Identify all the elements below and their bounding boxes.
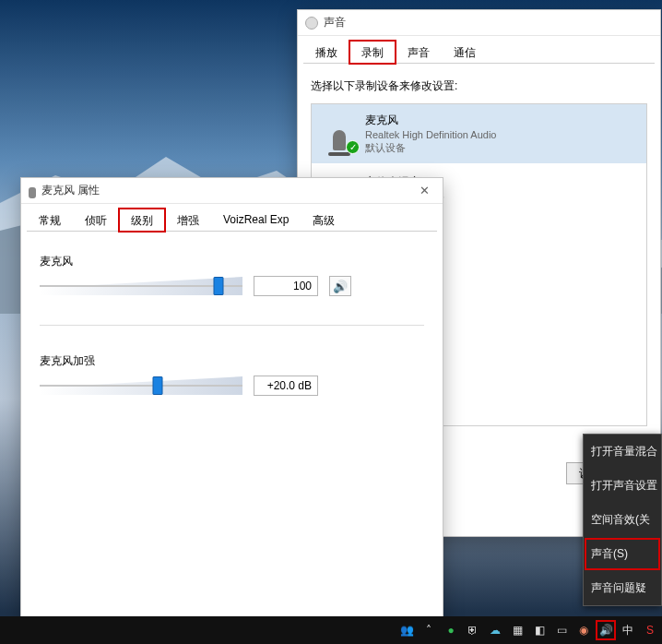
divider <box>40 325 424 326</box>
tab-enhance[interactable]: 增强 <box>165 209 211 232</box>
tab-communications[interactable]: 通信 <box>442 41 488 64</box>
mic-boost-thumb[interactable] <box>152 376 162 395</box>
sound-title: 声音 <box>324 15 346 30</box>
menu-open-mixer[interactable]: 打开音量混合 <box>584 435 661 469</box>
volume-icon[interactable]: 🔊 <box>597 622 614 638</box>
tab-advanced[interactable]: 高级 <box>301 209 347 232</box>
tray-generic-icon[interactable]: ◧ <box>531 622 548 638</box>
device-status: 默认设备 <box>365 141 496 154</box>
recording-instruction: 选择以下录制设备来修改设置: <box>311 78 647 94</box>
mic-boost-slider[interactable] <box>40 375 242 397</box>
tab-recording[interactable]: 录制 <box>349 41 396 64</box>
mic-level-thumb[interactable] <box>213 277 223 295</box>
tray-generic-icon[interactable]: ▦ <box>509 622 526 638</box>
mic-boost-value[interactable]: +20.0 dB <box>254 376 318 396</box>
mic-boost-label: 麦克风加强 <box>40 353 424 369</box>
device-name: 麦克风 <box>365 113 496 128</box>
microphone-properties-window: 麦克风 属性 ✕ 常规 侦听 级别 增强 VoizReal Exp 高级 麦克风… <box>20 177 443 640</box>
volume-context-menu: 打开音量混合 打开声音设置 空间音效(关 声音(S) 声音问题疑 <box>583 434 662 606</box>
tray-app-icon[interactable]: ◉ <box>575 622 592 638</box>
prop-title: 麦克风 属性 <box>41 183 100 198</box>
tab-voizreal[interactable]: VoizReal Exp <box>211 209 301 232</box>
sogou-icon[interactable]: S <box>642 622 658 638</box>
menu-sound[interactable]: 声音(S) <box>584 537 661 571</box>
sound-tabs: 播放 录制 声音 通信 <box>303 40 655 64</box>
default-check-icon: ✓ <box>346 140 360 154</box>
mute-button[interactable]: 🔊 <box>329 276 351 296</box>
sound-titlebar: 声音 <box>298 10 660 36</box>
cloud-icon[interactable]: ☁ <box>487 622 503 638</box>
device-microphone[interactable]: ✓ 麦克风 Realtek High Definition Audio 默认设备 <box>312 104 646 163</box>
tab-sounds[interactable]: 声音 <box>396 41 442 64</box>
tray-app-icon[interactable]: ● <box>443 622 459 638</box>
ime-indicator[interactable]: 中 <box>620 622 636 638</box>
tab-levels[interactable]: 级别 <box>119 209 165 232</box>
mic-level-label: 麦克风 <box>40 254 424 269</box>
mic-level-value[interactable]: 100 <box>254 276 318 296</box>
mic-level-slider[interactable] <box>40 275 242 297</box>
people-icon[interactable]: 👥 <box>398 622 415 638</box>
menu-open-sound-settings[interactable]: 打开声音设置 <box>584 469 661 503</box>
tab-playback[interactable]: 播放 <box>303 41 349 64</box>
prop-titlebar: 麦克风 属性 ✕ <box>21 178 443 204</box>
tab-listen[interactable]: 侦听 <box>73 209 119 232</box>
microphone-mini-icon <box>29 187 36 198</box>
menu-troubleshoot[interactable]: 声音问题疑 <box>584 571 661 605</box>
tab-general[interactable]: 常规 <box>27 209 73 232</box>
device-driver: Realtek High Definition Audio <box>365 128 496 141</box>
chevron-up-icon[interactable]: ˄ <box>420 622 437 638</box>
battery-icon[interactable]: ▭ <box>553 622 570 638</box>
close-icon[interactable]: ✕ <box>414 184 435 197</box>
sound-app-icon <box>305 17 318 30</box>
menu-spatial-audio[interactable]: 空间音效(关 <box>584 503 661 537</box>
taskbar: 👥 ˄ ● ⛨ ☁ ▦ ◧ ▭ ◉ 🔊 中 S <box>0 616 662 644</box>
shield-icon[interactable]: ⛨ <box>465 622 481 638</box>
microphone-icon: ✓ <box>323 117 356 150</box>
prop-tabs: 常规 侦听 级别 增强 VoizReal Exp 高级 <box>27 208 437 232</box>
